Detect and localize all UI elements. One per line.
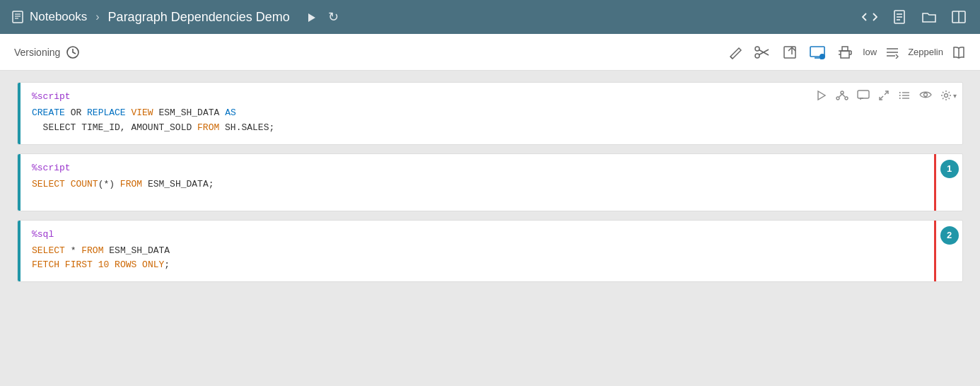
notebooks-label[interactable]: Notebooks: [30, 10, 87, 24]
svg-rect-18: [784, 47, 795, 58]
paragraph-2-right: 1: [934, 154, 962, 211]
paragraph-2-type: %script: [32, 163, 923, 173]
svg-line-39: [842, 94, 845, 97]
toolbar-right: low Zeppelin: [863, 45, 966, 59]
settings-icon[interactable]: ▾: [940, 90, 957, 101]
scissors-icon[interactable]: [754, 45, 770, 59]
svg-rect-25: [842, 47, 848, 51]
list-icon[interactable]: [898, 90, 911, 101]
svg-line-13: [730, 57, 733, 59]
breadcrumb: Notebooks › Paragraph Dependencies Demo …: [11, 9, 853, 25]
svg-marker-34: [818, 91, 825, 100]
paragraph-1: %script CREATE OR REPLACE VIEW ESM_SH_DA…: [17, 82, 963, 145]
dependency-badge-2: 2: [940, 226, 959, 245]
paragraph-2-content: %script SELECT COUNT(*) FROM ESM_SH_DATA…: [21, 154, 934, 211]
paragraph-1-toolbar: ▾: [810, 83, 962, 144]
dependency-badge-1: 1: [940, 160, 959, 178]
interpreter-label: Zeppelin: [908, 47, 943, 57]
paragraph-3-type: %sql: [32, 229, 923, 240]
svg-marker-12: [730, 48, 741, 59]
header-actions: [860, 7, 969, 27]
page-title: Paragraph Dependencies Demo: [108, 10, 290, 25]
toolbar: Versioning: [0, 34, 980, 71]
svg-point-35: [841, 91, 844, 94]
export-icon[interactable]: [783, 45, 797, 59]
paragraph-3: %sql SELECT * FROM ESM_SH_DATA FETCH FIR…: [17, 220, 963, 283]
svg-point-36: [836, 97, 839, 100]
eraser-icon[interactable]: [728, 45, 742, 59]
versioning-clock-icon[interactable]: [66, 45, 80, 59]
eye-icon[interactable]: [919, 90, 932, 100]
svg-line-41: [885, 91, 888, 95]
versioning-label: Versioning: [14, 47, 60, 58]
paragraph-2: %script SELECT COUNT(*) FROM ESM_SH_DATA…: [17, 153, 963, 211]
svg-point-15: [755, 54, 759, 58]
play-icon[interactable]: [305, 11, 317, 23]
layout-button[interactable]: [949, 7, 969, 27]
svg-line-38: [839, 94, 842, 97]
breadcrumb-separator: ›: [95, 11, 99, 23]
svg-point-50: [945, 94, 948, 98]
svg-point-49: [924, 93, 928, 97]
svg-rect-40: [858, 90, 869, 98]
svg-marker-4: [308, 13, 315, 22]
folder-button[interactable]: [919, 7, 939, 27]
code-view-button[interactable]: [860, 7, 880, 27]
paragraph-3-right: 2: [934, 221, 962, 282]
comment-icon[interactable]: [857, 90, 870, 101]
book-icon[interactable]: [952, 45, 966, 59]
resource-menu-icon[interactable]: [885, 46, 899, 59]
paragraph-1-type: %script: [32, 91, 799, 102]
paragraph-1-code: CREATE OR REPLACE VIEW ESM_SH_DATA AS SE…: [32, 106, 799, 136]
paragraph-3-content: %sql SELECT * FROM ESM_SH_DATA FETCH FIR…: [21, 221, 934, 282]
svg-rect-24: [841, 51, 849, 58]
paragraph-1-content: %script CREATE OR REPLACE VIEW ESM_SH_DA…: [21, 83, 810, 144]
toolbar-left: Versioning: [14, 45, 716, 59]
monitor-icon[interactable]: i: [810, 45, 825, 59]
svg-line-42: [880, 96, 883, 100]
print-icon[interactable]: [838, 45, 852, 59]
svg-rect-0: [13, 11, 23, 23]
main-content: %script CREATE OR REPLACE VIEW ESM_SH_DA…: [0, 71, 980, 386]
notebook-icon: [11, 11, 24, 24]
paragraph-2-code: SELECT COUNT(*) FROM ESM_SH_DATA;: [32, 177, 923, 192]
top-header: Notebooks › Paragraph Dependencies Demo …: [0, 0, 980, 34]
document-button[interactable]: [889, 7, 909, 27]
expand-icon[interactable]: [878, 90, 889, 101]
resource-level-label: low: [863, 47, 877, 57]
refresh-icon[interactable]: ↻: [328, 9, 339, 25]
svg-point-14: [755, 47, 759, 51]
toolbar-center: i: [728, 45, 852, 59]
run-paragraph-icon[interactable]: [816, 90, 827, 101]
svg-point-37: [845, 97, 848, 100]
graph-icon[interactable]: [836, 90, 848, 101]
paragraph-3-code: SELECT * FROM ESM_SH_DATA FETCH FIRST 10…: [32, 244, 923, 274]
